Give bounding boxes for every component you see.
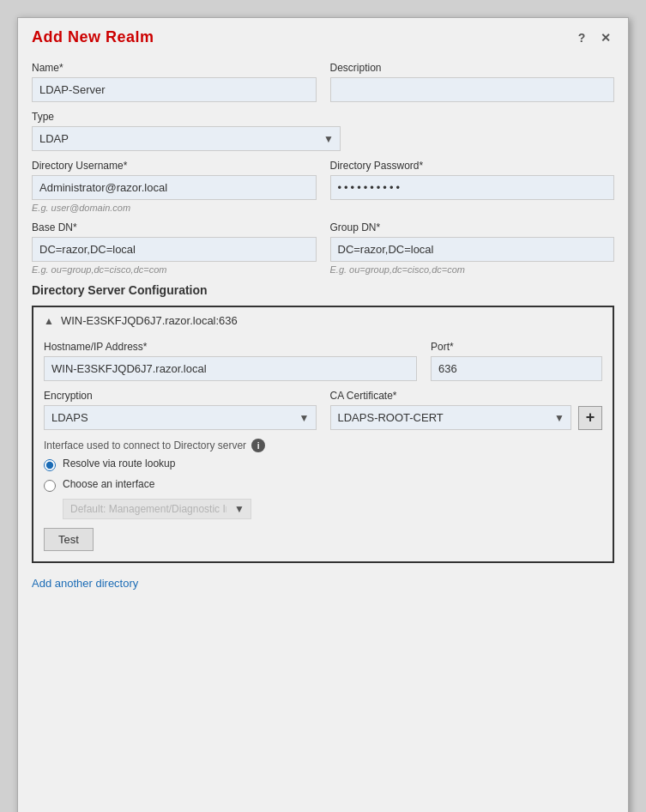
port-label: Port* <box>431 341 602 353</box>
interface-section: Interface used to connect to Directory s… <box>44 439 602 519</box>
interface-label: Interface used to connect to Directory s… <box>44 439 602 452</box>
interface-select[interactable]: Default: Management/Diagnostic Interface <box>63 499 251 519</box>
hostname-port-row: Hostname/IP Address* Port* <box>44 341 602 381</box>
name-group: Name* <box>32 62 317 102</box>
dir-password-input[interactable] <box>330 175 615 200</box>
type-select-wrapper: LDAP Active Directory RADIUS ▼ <box>32 126 341 151</box>
description-input[interactable] <box>330 77 615 102</box>
group-dn-group: Group DN* E.g. ou=group,dc=cisco,dc=com <box>330 221 615 275</box>
base-dn-group: Base DN* E.g. ou=group,dc=cisco,dc=com <box>32 221 317 275</box>
encryption-ca-row: Encryption LDAPS TLS None ▼ CA Certifica… <box>44 390 602 430</box>
info-icon[interactable]: i <box>251 439 265 452</box>
type-select[interactable]: LDAP Active Directory RADIUS <box>32 126 341 151</box>
dn-row: Base DN* E.g. ou=group,dc=cisco,dc=com G… <box>32 221 614 275</box>
collapse-icon: ▲ <box>44 315 54 327</box>
base-dn-input[interactable] <box>32 237 317 262</box>
group-dn-input[interactable] <box>330 237 615 262</box>
dir-password-label: Directory Password* <box>330 160 615 172</box>
choose-label: Choose an interface <box>63 478 154 490</box>
group-dn-hint: E.g. ou=group,dc=cisco,dc=com <box>330 264 615 275</box>
interface-dropdown: Default: Management/Diagnostic Interface… <box>63 499 602 519</box>
interface-select-wrapper: Default: Management/Diagnostic Interface… <box>63 499 251 519</box>
radio-resolve-option: Resolve via route lookup <box>44 458 602 473</box>
hostname-label: Hostname/IP Address* <box>44 341 417 353</box>
help-icon[interactable]: ? <box>573 29 590 46</box>
dir-username-label: Directory Username* <box>32 160 317 172</box>
encryption-select-wrapper: LDAPS TLS None ▼ <box>44 405 317 430</box>
resolve-radio[interactable] <box>44 459 56 471</box>
ca-cert-row: LDAPS-ROOT-CERT ▼ + <box>330 405 603 430</box>
dialog-header: Add New Realm ? ✕ <box>18 18 628 55</box>
type-row: Type LDAP Active Directory RADIUS ▼ <box>32 111 614 151</box>
dir-password-group: Directory Password* <box>330 160 615 213</box>
name-input[interactable] <box>32 77 317 102</box>
base-dn-hint: E.g. ou=group,dc=cisco,dc=com <box>32 264 317 275</box>
name-label: Name* <box>32 62 317 74</box>
close-icon[interactable]: ✕ <box>597 29 614 46</box>
dir-username-hint: E.g. user@domain.com <box>32 203 317 213</box>
port-group: Port* <box>431 341 602 381</box>
ca-cert-select-wrapper: LDAPS-ROOT-CERT ▼ <box>330 405 572 430</box>
encryption-select[interactable]: LDAPS TLS None <box>44 405 317 430</box>
encryption-label: Encryption <box>44 390 317 402</box>
description-label: Description <box>330 62 615 74</box>
dialog-title: Add New Realm <box>32 28 154 46</box>
server-header-text: WIN-E3SKFJQD6J7.razor.local:636 <box>61 314 238 327</box>
add-another-directory-link[interactable]: Add another directory <box>32 577 138 590</box>
server-header[interactable]: ▲ WIN-E3SKFJQD6J7.razor.local:636 <box>33 307 613 334</box>
hostname-group: Hostname/IP Address* <box>44 341 417 381</box>
credentials-row: Directory Username* E.g. user@domain.com… <box>32 160 614 213</box>
choose-radio[interactable] <box>44 480 56 492</box>
radio-interface-option: Choose an interface <box>44 478 602 494</box>
ca-cert-group: CA Certificate* LDAPS-ROOT-CERT ▼ + <box>330 390 603 430</box>
directory-server-box: ▲ WIN-E3SKFJQD6J7.razor.local:636 Hostna… <box>32 306 614 563</box>
encryption-group: Encryption LDAPS TLS None ▼ <box>44 390 317 430</box>
hostname-input[interactable] <box>44 356 417 381</box>
dir-username-group: Directory Username* E.g. user@domain.com <box>32 160 317 213</box>
ca-cert-select[interactable]: LDAPS-ROOT-CERT <box>330 405 572 430</box>
add-cert-button[interactable]: + <box>578 406 602 430</box>
add-new-realm-dialog: Add New Realm ? ✕ Name* Description Type <box>17 17 629 812</box>
type-group: Type LDAP Active Directory RADIUS ▼ <box>32 111 341 151</box>
base-dn-label: Base DN* <box>32 221 317 233</box>
description-group: Description <box>330 62 615 102</box>
group-dn-label: Group DN* <box>330 221 615 233</box>
interface-label-text: Interface used to connect to Directory s… <box>44 439 246 451</box>
server-body: Hostname/IP Address* Port* Encryption <box>33 334 613 561</box>
name-description-row: Name* Description <box>32 62 614 102</box>
port-input[interactable] <box>431 356 602 381</box>
header-icons: ? ✕ <box>573 29 614 46</box>
ca-cert-label: CA Certificate* <box>330 390 603 402</box>
type-label: Type <box>32 111 341 123</box>
directory-server-section-title: Directory Server Configuration <box>32 283 614 297</box>
dialog-body: Name* Description Type LDAP Active Direc… <box>18 55 628 603</box>
resolve-label: Resolve via route lookup <box>63 458 175 470</box>
test-button[interactable]: Test <box>44 528 94 551</box>
dir-username-input[interactable] <box>32 175 317 200</box>
